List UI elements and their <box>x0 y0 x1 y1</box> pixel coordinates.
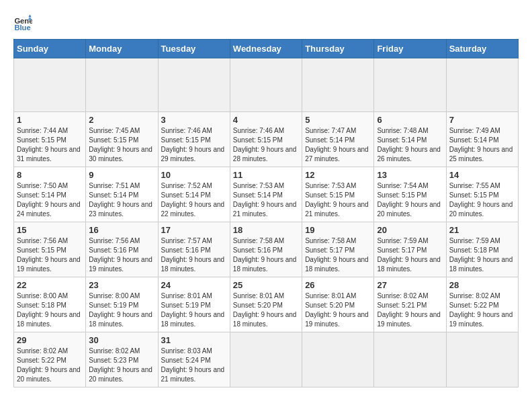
sunrise: Sunrise: 7:58 AM <box>305 237 356 244</box>
day-info: Sunrise: 7:50 AM Sunset: 5:14 PM Dayligh… <box>17 181 83 219</box>
sunrise: Sunrise: 7:54 AM <box>377 182 428 189</box>
sunrise: Sunrise: 7:53 AM <box>233 182 284 189</box>
day-of-week-header: Sunday <box>14 40 86 58</box>
day-number: 31 <box>161 335 227 345</box>
sunset: Sunset: 5:24 PM <box>161 357 211 364</box>
sunrise: Sunrise: 7:49 AM <box>449 127 500 134</box>
day-number: 9 <box>89 170 154 180</box>
day-info: Sunrise: 7:44 AM Sunset: 5:15 PM Dayligh… <box>17 126 83 164</box>
day-number: 12 <box>305 170 371 180</box>
svg-text:Blue: Blue <box>14 24 30 32</box>
daylight: Daylight: 9 hours and 18 minutes. <box>17 311 81 328</box>
day-info: Sunrise: 7:58 AM Sunset: 5:16 PM Dayligh… <box>233 236 299 274</box>
daylight: Daylight: 9 hours and 19 minutes. <box>89 256 152 273</box>
sunrise: Sunrise: 8:02 AM <box>89 347 140 355</box>
daylight: Daylight: 9 hours and 27 minutes. <box>305 146 369 163</box>
day-info: Sunrise: 7:48 AM Sunset: 5:14 PM Dayligh… <box>377 126 443 164</box>
day-info: Sunrise: 7:51 AM Sunset: 5:14 PM Dayligh… <box>89 181 154 219</box>
sunset: Sunset: 5:14 PM <box>17 191 66 199</box>
daylight: Daylight: 9 hours and 18 minutes. <box>305 256 369 273</box>
sunrise: Sunrise: 7:47 AM <box>305 127 356 134</box>
sunrise: Sunrise: 7:46 AM <box>161 127 212 134</box>
sunrise: Sunrise: 8:01 AM <box>233 292 284 300</box>
day-of-week-header: Wednesday <box>230 40 302 58</box>
day-info: Sunrise: 8:02 AM Sunset: 5:22 PM Dayligh… <box>17 347 83 384</box>
daylight: Daylight: 9 hours and 18 minutes. <box>449 256 513 273</box>
sunset: Sunset: 5:20 PM <box>305 302 355 309</box>
day-info: Sunrise: 7:58 AM Sunset: 5:17 PM Dayligh… <box>305 236 371 274</box>
calendar-cell: 27 Sunrise: 8:02 AM Sunset: 5:21 PM Dayl… <box>374 277 446 332</box>
day-number: 21 <box>449 225 515 235</box>
sunset: Sunset: 5:15 PM <box>17 136 66 144</box>
sunset: Sunset: 5:22 PM <box>17 357 66 364</box>
calendar-cell: 21 Sunrise: 7:59 AM Sunset: 5:18 PM Dayl… <box>446 222 518 277</box>
day-number: 30 <box>89 335 154 345</box>
calendar-cell: 5 Sunrise: 7:47 AM Sunset: 5:14 PM Dayli… <box>302 112 374 167</box>
day-number: 15 <box>17 225 83 235</box>
calendar-cell: 4 Sunrise: 7:46 AM Sunset: 5:15 PM Dayli… <box>230 112 302 167</box>
sunset: Sunset: 5:15 PM <box>233 136 283 144</box>
calendar-cell <box>446 332 518 387</box>
daylight: Daylight: 9 hours and 21 minutes. <box>161 366 225 383</box>
calendar-cell: 19 Sunrise: 7:58 AM Sunset: 5:17 PM Dayl… <box>302 222 374 277</box>
sunset: Sunset: 5:15 PM <box>89 136 138 144</box>
sunrise: Sunrise: 7:46 AM <box>233 127 284 134</box>
day-number: 8 <box>17 170 83 180</box>
sunrise: Sunrise: 8:03 AM <box>161 347 212 355</box>
day-number: 24 <box>161 280 227 290</box>
sunrise: Sunrise: 7:51 AM <box>89 182 140 189</box>
daylight: Daylight: 9 hours and 21 minutes. <box>233 201 297 218</box>
day-info: Sunrise: 7:54 AM Sunset: 5:15 PM Dayligh… <box>377 181 443 219</box>
calendar-cell <box>86 58 158 112</box>
day-number: 19 <box>305 225 371 235</box>
sunrise: Sunrise: 8:00 AM <box>17 292 68 300</box>
sunset: Sunset: 5:17 PM <box>305 246 355 254</box>
day-number: 4 <box>233 115 299 125</box>
day-info: Sunrise: 8:00 AM Sunset: 5:18 PM Dayligh… <box>17 291 83 329</box>
day-info: Sunrise: 8:02 AM Sunset: 5:23 PM Dayligh… <box>89 347 154 384</box>
calendar-cell: 17 Sunrise: 7:57 AM Sunset: 5:16 PM Dayl… <box>158 222 230 277</box>
day-number: 6 <box>377 115 443 125</box>
calendar-cell: 8 Sunrise: 7:50 AM Sunset: 5:14 PM Dayli… <box>14 167 86 222</box>
daylight: Daylight: 9 hours and 18 minutes. <box>161 311 225 328</box>
calendar-cell: 29 Sunrise: 8:02 AM Sunset: 5:22 PM Dayl… <box>14 332 86 387</box>
daylight: Daylight: 9 hours and 20 minutes. <box>449 201 513 218</box>
calendar-cell: 31 Sunrise: 8:03 AM Sunset: 5:24 PM Dayl… <box>158 332 230 387</box>
calendar-cell: 11 Sunrise: 7:53 AM Sunset: 5:14 PM Dayl… <box>230 167 302 222</box>
day-number: 3 <box>161 115 227 125</box>
daylight: Daylight: 9 hours and 19 minutes. <box>305 311 369 328</box>
daylight: Daylight: 9 hours and 28 minutes. <box>233 146 297 163</box>
day-info: Sunrise: 8:03 AM Sunset: 5:24 PM Dayligh… <box>161 347 227 384</box>
day-number: 26 <box>305 280 371 290</box>
calendar-cell <box>374 332 446 387</box>
sunrise: Sunrise: 7:44 AM <box>17 127 68 134</box>
sunrise: Sunrise: 7:50 AM <box>17 182 68 189</box>
day-number: 13 <box>377 170 443 180</box>
calendar-week-row: 8 Sunrise: 7:50 AM Sunset: 5:14 PM Dayli… <box>14 167 519 222</box>
sunset: Sunset: 5:20 PM <box>233 302 283 309</box>
sunrise: Sunrise: 7:57 AM <box>161 237 212 244</box>
logo: General Blue <box>13 13 35 32</box>
day-number: 27 <box>377 280 443 290</box>
day-of-week-header: Tuesday <box>158 40 230 58</box>
sunset: Sunset: 5:16 PM <box>89 246 138 254</box>
day-info: Sunrise: 8:01 AM Sunset: 5:20 PM Dayligh… <box>233 291 299 329</box>
daylight: Daylight: 9 hours and 20 minutes. <box>17 366 81 383</box>
day-number: 22 <box>17 280 83 290</box>
day-of-week-header: Saturday <box>446 40 518 58</box>
day-number: 11 <box>233 170 299 180</box>
day-info: Sunrise: 7:56 AM Sunset: 5:15 PM Dayligh… <box>17 236 83 274</box>
calendar-week-row: 15 Sunrise: 7:56 AM Sunset: 5:15 PM Dayl… <box>14 222 519 277</box>
calendar-cell <box>14 58 86 112</box>
svg-marker-2 <box>28 14 31 17</box>
sunrise: Sunrise: 8:02 AM <box>449 292 500 300</box>
daylight: Daylight: 9 hours and 21 minutes. <box>305 201 369 218</box>
sunset: Sunset: 5:14 PM <box>233 191 283 199</box>
day-info: Sunrise: 7:45 AM Sunset: 5:15 PM Dayligh… <box>89 126 154 164</box>
sunrise: Sunrise: 8:02 AM <box>377 292 428 300</box>
day-of-week-header: Thursday <box>302 40 374 58</box>
calendar-cell <box>302 332 374 387</box>
sunset: Sunset: 5:18 PM <box>449 246 499 254</box>
calendar-cell: 23 Sunrise: 8:00 AM Sunset: 5:19 PM Dayl… <box>86 277 158 332</box>
sunset: Sunset: 5:15 PM <box>305 191 355 199</box>
